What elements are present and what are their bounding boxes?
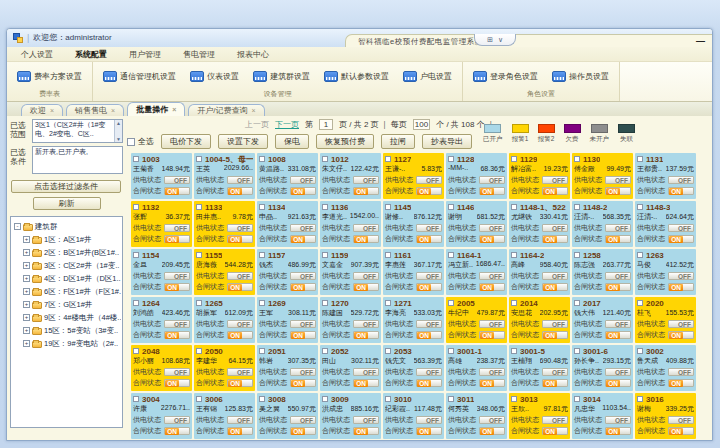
meter-card[interactable]: 1164-1 冯立新.. 1686.47.. 供电状态 OFF 合闸状态 ON — [446, 249, 507, 295]
tree-item-0[interactable]: + 1区：A区1#井 — [14, 233, 121, 246]
supply-toggle[interactable]: OFF — [164, 272, 190, 280]
card-checkbox[interactable] — [448, 252, 454, 258]
switch-toggle[interactable]: ON — [164, 427, 190, 435]
supply-toggle[interactable]: OFF — [290, 416, 316, 424]
next-page-link[interactable]: 下一页 — [275, 119, 299, 130]
switch-toggle[interactable]: ON — [164, 379, 190, 387]
switch-toggle[interactable]: ON — [290, 283, 316, 291]
tab-close-icon[interactable]: × — [252, 107, 256, 114]
supply-toggle[interactable]: OFF — [290, 272, 316, 280]
action-button-3[interactable]: 恢复预付费 — [316, 134, 374, 149]
card-checkbox[interactable] — [196, 396, 202, 402]
switch-toggle[interactable]: ON — [479, 187, 505, 195]
card-checkbox[interactable] — [511, 204, 517, 210]
supply-toggle[interactable]: OFF — [227, 272, 253, 280]
tree-item-3[interactable]: + 4区：D区1#井（D区1.. — [14, 272, 121, 285]
switch-toggle[interactable]: ON — [353, 235, 379, 243]
tree-item-5[interactable]: + 7区：G区1#井 — [14, 298, 121, 311]
card-checkbox[interactable] — [322, 348, 328, 354]
supply-toggle[interactable]: OFF — [416, 176, 442, 184]
meter-card[interactable]: 3010 纪彩霞.. 117.48元 供电状态 OFF 合闸状态 ON — [383, 393, 444, 439]
meter-card[interactable]: 1134 申晶.. 921.63元 供电状态 OFF 合闸状态 ON — [257, 201, 318, 247]
switch-toggle[interactable]: ON — [416, 331, 442, 339]
meter-card[interactable]: 3008 吴之翼 550.97元 供电状态 OFF 合闸状态 ON — [257, 393, 318, 439]
supply-toggle[interactable]: OFF — [668, 368, 694, 376]
supply-toggle[interactable]: OFF — [479, 320, 505, 328]
meter-card[interactable]: 1265 胡振军 612.09元 供电状态 OFF 合闸状态 ON — [194, 297, 255, 343]
meter-card[interactable]: 1155 唐海薇 544.28元 供电状态 OFF 合闸状态 ON — [194, 249, 255, 295]
scroll-up-icon[interactable]: ▲ — [116, 120, 121, 126]
card-checkbox[interactable] — [574, 396, 580, 402]
meter-card[interactable]: 1271 李海亮 533.03元 供电状态 OFF 合闸状态 ON — [383, 297, 444, 343]
switch-toggle[interactable]: ON — [290, 427, 316, 435]
expand-icon[interactable]: + — [23, 236, 30, 243]
card-checkbox[interactable] — [574, 252, 580, 258]
card-checkbox[interactable] — [448, 204, 454, 210]
tree-item-8[interactable]: + 19区：9#变电站（2#.. — [14, 337, 121, 350]
switch-toggle[interactable]: ON — [668, 427, 694, 435]
switch-toggle[interactable]: ON — [164, 331, 190, 339]
expand-icon[interactable]: + — [23, 262, 30, 269]
card-checkbox[interactable] — [385, 156, 391, 162]
ribbon-button-0-0[interactable]: 费率方案设置 — [12, 67, 87, 86]
switch-toggle[interactable]: ON — [353, 187, 379, 195]
meter-card[interactable]: 1131 王都贵.. 137.59元 供电状态 OFF 合闸状态 ON — [635, 153, 696, 199]
supply-toggle[interactable]: OFF — [542, 368, 568, 376]
card-checkbox[interactable] — [448, 348, 454, 354]
meter-card[interactable]: 1270 陈建国 529.72元 供电状态 OFF 合闸状态 ON — [320, 297, 381, 343]
meter-card[interactable]: 1148-3 汪清-.. 624.64元 供电状态 OFF 合闸状态 ON — [635, 201, 696, 247]
card-checkbox[interactable] — [574, 300, 580, 306]
tab-2[interactable]: 批量操作 × — [127, 102, 185, 116]
tab-0[interactable]: 欢迎 × — [21, 104, 63, 116]
card-checkbox[interactable] — [133, 204, 139, 210]
switch-toggle[interactable]: ON — [605, 283, 631, 291]
card-checkbox[interactable] — [511, 252, 517, 258]
expand-icon[interactable]: + — [23, 249, 30, 256]
meter-card[interactable]: 1008 黄温路.. 331.08元 供电状态 OFF 合闸状态 ON — [257, 153, 318, 199]
card-checkbox[interactable] — [133, 396, 139, 402]
card-checkbox[interactable] — [511, 300, 517, 306]
meter-card[interactable]: 3001-5 王楠翔 690.48元 供电状态 OFF 合闸状态 ON — [509, 345, 570, 391]
action-button-4[interactable]: 拉闸 — [381, 134, 415, 149]
card-checkbox[interactable] — [637, 156, 643, 162]
meter-card[interactable]: 3001-6 孙长争.. 293.15元 供电状态 OFF 合闸状态 ON — [572, 345, 633, 391]
supply-toggle[interactable]: OFF — [668, 176, 694, 184]
supply-toggle[interactable]: OFF — [353, 224, 379, 232]
meter-card[interactable]: 3009 洪成忠 885.16元 供电状态 OFF 合闸状态 ON — [320, 393, 381, 439]
meter-card[interactable]: 1132 张辉 36.37元 供电状态 OFF 合闸状态 ON — [131, 201, 192, 247]
meter-card[interactable]: 1258 陈志强 263.77元 供电状态 OFF 合闸状态 ON — [572, 249, 633, 295]
collapse-icon[interactable]: - — [14, 223, 21, 230]
tree-item-7[interactable]: + 15区：5#变站（3#变.. — [14, 324, 121, 337]
tab-3[interactable]: 开户/记费查询 × — [188, 104, 264, 116]
meter-card[interactable]: 2014 安思花 202.95元 供电状态 OFF 合闸状态 ON — [509, 297, 570, 343]
ribbon-button-1-3[interactable]: 默认参数设置 — [319, 67, 394, 86]
action-button-1[interactable]: 设置下发 — [218, 134, 268, 149]
meter-card[interactable]: 1127 王谦-.. 5.83元 供电状态 OFF 合闸状态 ON — [383, 153, 444, 199]
expand-icon[interactable]: + — [23, 340, 30, 347]
chevron-down-icon[interactable]: ∨ — [498, 36, 503, 44]
expand-icon[interactable]: + — [23, 314, 30, 321]
card-checkbox[interactable] — [196, 204, 202, 210]
page-number-input[interactable]: 1 — [319, 119, 333, 130]
select-all-checkbox[interactable] — [127, 138, 135, 146]
switch-toggle[interactable]: ON — [542, 187, 568, 195]
switch-toggle[interactable]: ON — [479, 427, 505, 435]
card-checkbox[interactable] — [385, 396, 391, 402]
tab-close-icon[interactable]: × — [172, 106, 176, 113]
card-checkbox[interactable] — [511, 396, 517, 402]
supply-toggle[interactable]: OFF — [290, 176, 316, 184]
switch-toggle[interactable]: ON — [227, 379, 253, 387]
meter-card[interactable]: 3013 王欣.. 97.81元 供电状态 OFF 合闸状态 ON — [509, 393, 570, 439]
tab-close-icon[interactable]: × — [111, 107, 115, 114]
supply-toggle[interactable]: OFF — [227, 224, 253, 232]
card-checkbox[interactable] — [637, 204, 643, 210]
switch-toggle[interactable]: ON — [353, 283, 379, 291]
tab-close-icon[interactable]: × — [50, 107, 54, 114]
supply-toggle[interactable]: OFF — [479, 176, 505, 184]
supply-toggle[interactable]: OFF — [605, 416, 631, 424]
prev-page-link[interactable]: 上一页 — [245, 119, 269, 130]
meter-card[interactable]: 2050 李建华 64.15元 供电状态 OFF 合闸状态 ON — [194, 345, 255, 391]
switch-toggle[interactable]: ON — [227, 235, 253, 243]
action-button-0[interactable]: 电价下发 — [161, 134, 211, 149]
switch-toggle[interactable]: ON — [479, 235, 505, 243]
